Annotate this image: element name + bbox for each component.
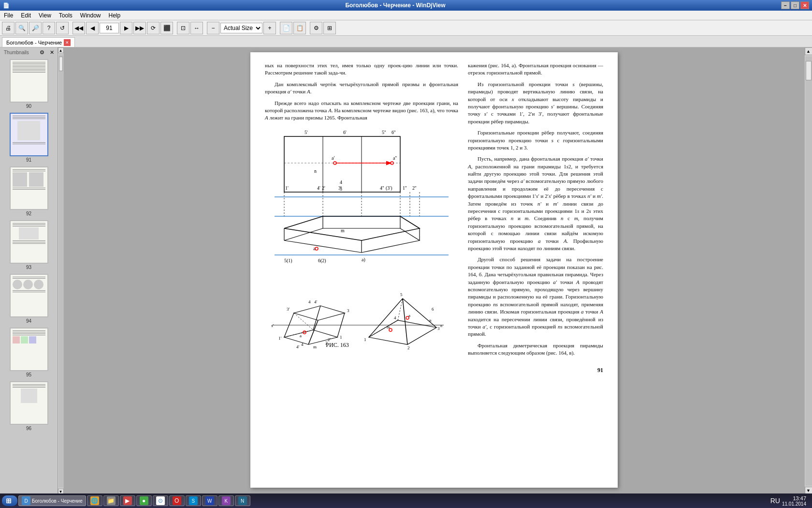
- menu-tools[interactable]: Tools: [55, 11, 76, 20]
- taskbar-word[interactable]: W: [202, 495, 218, 506]
- thumbnail-img-93: [10, 220, 48, 264]
- svg-text:n: n: [440, 324, 442, 328]
- taskbar-media[interactable]: ▶: [120, 495, 135, 506]
- zoom-dropdown[interactable]: Actual Size Fit Page Fit Width 50% 75% 1…: [220, 23, 262, 33]
- menu-view[interactable]: View: [35, 11, 55, 20]
- svg-text:n: n: [314, 168, 317, 174]
- sidebar-scroll-track: [58, 54, 63, 488]
- layout-button[interactable]: ⊞: [323, 22, 336, 34]
- page-content: ных на поверхности этих тел, имея только…: [265, 62, 603, 374]
- taskbar-green[interactable]: ●: [136, 495, 152, 506]
- thumbnail-page-94[interactable]: 94: [0, 272, 58, 326]
- svg-line-53: [294, 313, 313, 330]
- scroll-thumb[interactable]: [806, 61, 812, 80]
- taskbar-app3[interactable]: N: [235, 495, 250, 506]
- zoom-plus-button[interactable]: +: [263, 22, 276, 34]
- taskbar-app2[interactable]: K: [218, 495, 234, 506]
- tab-close-button[interactable]: ✕: [64, 39, 71, 46]
- sidebar: Thumbnails ⚙ ✕ 90: [0, 47, 58, 494]
- thumbnail-page-90[interactable]: 90: [0, 57, 58, 111]
- taskbar-skype[interactable]: S: [186, 495, 201, 506]
- lang-indicator[interactable]: RU: [770, 497, 780, 505]
- svg-text:1': 1': [278, 336, 282, 341]
- svg-text:6: 6: [432, 307, 434, 312]
- right-text-4: Пусть, например, дана фронтальная проекц…: [468, 155, 603, 252]
- menu-window[interactable]: Window: [76, 11, 105, 20]
- thumbnail-label-93: 93: [26, 265, 31, 270]
- right-text-6: Фронтальная диметрическая проекция пирам…: [468, 342, 603, 357]
- zoom-minus-button[interactable]: −: [207, 22, 219, 34]
- djview-icon: D: [22, 496, 30, 505]
- thumbnail-page-96[interactable]: 96: [0, 379, 58, 433]
- nav-last-button[interactable]: ▶▶: [133, 22, 146, 34]
- page-number-input[interactable]: [100, 23, 119, 33]
- opera-icon: O: [173, 496, 181, 505]
- thumbnail-page-93[interactable]: 93: [0, 218, 58, 272]
- sidebar-scroll-thumb[interactable]: [59, 57, 63, 71]
- nav-prev-button[interactable]: ◀: [86, 22, 99, 34]
- sidebar-scroll-up[interactable]: ▲: [58, 47, 64, 53]
- single-page-button[interactable]: 📄: [280, 22, 292, 34]
- svg-marker-71: [369, 320, 436, 344]
- menu-bar: File Edit View Tools Window Help: [0, 11, 812, 20]
- scroll-up-button[interactable]: ▲: [805, 47, 812, 55]
- fit-width-button[interactable]: ↔: [190, 22, 203, 34]
- svg-text:a': a': [332, 155, 334, 161]
- nav-next-button[interactable]: ▶: [120, 22, 132, 34]
- rotate-button[interactable]: ⟳: [147, 22, 160, 34]
- options-button[interactable]: ⚙: [310, 22, 322, 34]
- svg-text:2': 2': [322, 185, 325, 191]
- svg-text:3: 3: [347, 308, 349, 313]
- settings-icon[interactable]: ⚙: [38, 48, 46, 56]
- right-column: кажения (рис. 164, а). Фронтальная проек…: [468, 62, 603, 374]
- word-icon: W: [205, 496, 214, 505]
- close-button[interactable]: ✕: [800, 1, 809, 9]
- svg-text:5': 5': [304, 130, 308, 135]
- start-button[interactable]: ⊞: [2, 495, 17, 506]
- svg-text:5: 5: [400, 292, 403, 297]
- two-page-button[interactable]: 📋: [293, 22, 306, 34]
- thumbnail-page-92[interactable]: 92: [0, 164, 58, 218]
- browser-icon: 🌐: [90, 496, 99, 505]
- refresh-button[interactable]: ↺: [56, 22, 69, 34]
- thumbnail-img-90: [10, 59, 48, 103]
- taskbar-opera[interactable]: O: [169, 495, 185, 506]
- document-tab[interactable]: Боголюбов - Черчение ✕: [2, 37, 75, 47]
- page-number-display: 91: [468, 366, 603, 374]
- zoom-in-button[interactable]: 🔍: [15, 22, 28, 34]
- thumbnail-page-91[interactable]: 91: [0, 111, 58, 164]
- chrome-icon: ⊙: [156, 496, 165, 505]
- svg-text:m: m: [387, 325, 390, 329]
- right-text-5: Другой способ решения задачи на построен…: [468, 256, 603, 338]
- svg-text:6': 6': [343, 130, 347, 135]
- taskbar-browser[interactable]: 🌐: [87, 495, 102, 506]
- taskbar-djview[interactable]: D Боголюбов - Черчение: [18, 495, 86, 506]
- help-button[interactable]: ?: [43, 22, 55, 34]
- menu-file[interactable]: File: [0, 11, 17, 20]
- sidebar-scrollbar[interactable]: ▲ ▼: [58, 47, 64, 494]
- taskbar-files[interactable]: 📁: [103, 495, 119, 506]
- svg-marker-48: [294, 306, 345, 320]
- menu-help[interactable]: Help: [105, 11, 125, 20]
- system-tray: RU 13:47 11.01.2014: [767, 495, 810, 507]
- right-scrollbar: ▲ ▼: [804, 47, 812, 494]
- print-button[interactable]: 🖨: [2, 22, 14, 34]
- thumbnail-page-95[interactable]: 95: [0, 326, 58, 379]
- minimize-button[interactable]: −: [781, 1, 790, 9]
- taskbar-chrome[interactable]: ⊙: [153, 495, 168, 506]
- sidebar-header: Thumbnails ⚙ ✕: [0, 47, 58, 57]
- tray-date: 11.01.2014: [782, 501, 806, 507]
- menu-edit[interactable]: Edit: [17, 11, 35, 20]
- svg-text:5(1): 5(1): [284, 258, 292, 264]
- stop-button[interactable]: ⬛: [160, 22, 173, 34]
- close-sidebar-icon[interactable]: ✕: [48, 48, 56, 56]
- fit-page-button[interactable]: ⊡: [177, 22, 189, 34]
- svg-text:(3'): (3'): [386, 185, 392, 191]
- nav-first-button[interactable]: ◀◀: [72, 22, 85, 34]
- app-icon: 📄: [3, 2, 10, 9]
- maximize-button[interactable]: □: [791, 1, 799, 9]
- zoom-out-button[interactable]: 🔎: [29, 22, 42, 34]
- thumbnail-label-95: 95: [26, 372, 31, 377]
- figure-caption-text: РИС. 163: [326, 342, 348, 348]
- taskbar: ⊞ D Боголюбов - Черчение 🌐 📁 ▶ ● ⊙ O S W…: [0, 493, 812, 508]
